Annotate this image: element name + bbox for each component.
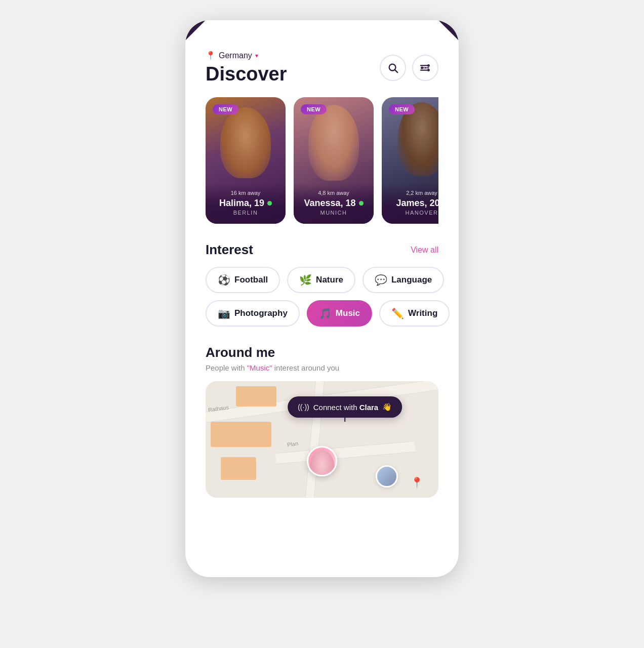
connect-bubble[interactable]: ((·)) Connect with Clara 👋 [288, 396, 402, 418]
profile-card-vanessa[interactable]: NEW 4,8 km away Vanessa, 18 MUNICH [294, 97, 374, 224]
header: 📍 Germany ▾ Discover [206, 51, 438, 85]
interest-chip-music[interactable]: 🎵 Music [307, 300, 372, 327]
online-dot-halima [267, 201, 272, 206]
music-label: Music [336, 308, 360, 318]
avatar-face [309, 450, 335, 476]
new-badge-halima: NEW [213, 104, 238, 114]
location-row[interactable]: 📍 Germany ▾ [206, 51, 287, 60]
name-halima: Halima, 19 [213, 198, 278, 209]
main-content: 📍 Germany ▾ Discover [185, 20, 459, 518]
phone-frame: 📍 Germany ▾ Discover [185, 20, 459, 577]
football-emoji: ⚽ [218, 274, 230, 286]
svg-line-1 [395, 70, 397, 72]
city-vanessa: MUNICH [301, 210, 367, 216]
map-container: Rathaus Plan ((·)) Connect with Clara 👋 [206, 381, 438, 498]
corner-decoration-tr [438, 20, 459, 40]
page-title: Discover [206, 63, 287, 85]
search-button[interactable] [380, 55, 406, 81]
city-halima: BERLIN [213, 210, 278, 216]
interest-chip-language[interactable]: 💬 Language [363, 267, 444, 293]
interests-grid: ⚽ Football 🌿 Nature 💬 Language 📷 [206, 267, 438, 327]
map-avatar-secondary [376, 465, 398, 488]
card-overlay-vanessa: 4,8 km away Vanessa, 18 MUNICH [294, 184, 374, 224]
header-actions [380, 55, 438, 81]
map-label-2: Plan [287, 440, 298, 448]
language-emoji: 💬 [375, 274, 387, 286]
face-vanessa [308, 105, 359, 181]
location-dropdown-icon: ▾ [255, 52, 258, 59]
title-block: 📍 Germany ▾ Discover [206, 51, 287, 85]
around-me-subtitle: People with "Music" interest around you [206, 363, 438, 372]
map-block-2 [236, 386, 276, 407]
location-name: Germany [219, 51, 252, 60]
filter-button[interactable] [412, 55, 438, 81]
distance-james: 2,2 km away [389, 190, 438, 196]
map-avatar-clara [307, 446, 337, 476]
profile-card-halima[interactable]: NEW 16 km away Halima, 19 BERLIN [206, 97, 286, 224]
nature-label: Nature [316, 275, 343, 285]
face-halima [220, 107, 271, 178]
map-pin-icon: 📍 [411, 476, 423, 489]
music-emoji: 🎵 [319, 307, 332, 319]
corner-decoration-tl [185, 20, 206, 40]
photography-emoji: 📷 [218, 307, 230, 319]
interest-section-header: Interest View all [206, 242, 438, 258]
profile-cards-section: NEW 16 km away Halima, 19 BERLIN NEW 4,8… [206, 97, 438, 224]
interests-row-1: ⚽ Football 🌿 Nature 💬 Language [206, 267, 438, 293]
map-block-1 [211, 422, 271, 447]
subtitle-prefix: People with [206, 363, 247, 372]
interest-chip-photography[interactable]: 📷 Photography [206, 300, 300, 327]
signal-icon: ((·)) [298, 403, 309, 411]
connect-text: Connect with Clara [313, 403, 378, 412]
around-me-section: Around me People with "Music" interest a… [206, 345, 438, 498]
online-dot-vanessa [359, 201, 364, 206]
writing-label: Writing [408, 308, 437, 318]
distance-halima: 16 km away [213, 190, 278, 196]
interest-chip-writing[interactable]: ✏️ Writing [379, 300, 450, 327]
interest-section: Interest View all ⚽ Football 🌿 Nature 💬 [206, 242, 438, 327]
nature-emoji: 🌿 [299, 274, 312, 286]
interest-title: Interest [206, 242, 253, 258]
name-james: James, 20 [389, 198, 438, 209]
football-label: Football [234, 275, 268, 285]
interest-chip-football[interactable]: ⚽ Football [206, 267, 280, 293]
map-block-3 [221, 457, 256, 480]
subtitle-highlight: "Music" [247, 363, 272, 372]
city-james: HANOVER [389, 210, 438, 216]
map-bg: Rathaus Plan ((·)) Connect with Clara 👋 [206, 381, 438, 498]
new-badge-james: NEW [389, 104, 415, 114]
card-overlay-halima: 16 km away Halima, 19 BERLIN [206, 184, 286, 224]
interest-chip-nature[interactable]: 🌿 Nature [287, 267, 355, 293]
card-overlay-james: 2,2 km away James, 20 HANOVER [382, 184, 438, 224]
distance-vanessa: 4,8 km away [301, 190, 367, 196]
connect-name: Clara [359, 403, 379, 412]
language-label: Language [391, 275, 432, 285]
subtitle-suffix: interest around you [272, 363, 340, 372]
new-badge-vanessa: NEW [301, 104, 327, 114]
writing-emoji: ✏️ [391, 307, 404, 319]
location-pin-icon: 📍 [206, 51, 216, 60]
around-me-title: Around me [206, 345, 438, 360]
wave-emoji: 👋 [382, 402, 392, 412]
interests-row-2: 📷 Photography 🎵 Music ✏️ Writing [206, 300, 438, 327]
profile-card-james[interactable]: NEW 2,2 km away James, 20 HANOVER [382, 97, 438, 224]
view-all-button[interactable]: View all [411, 246, 438, 255]
name-vanessa: Vanessa, 18 [301, 198, 367, 209]
photography-label: Photography [234, 308, 288, 318]
